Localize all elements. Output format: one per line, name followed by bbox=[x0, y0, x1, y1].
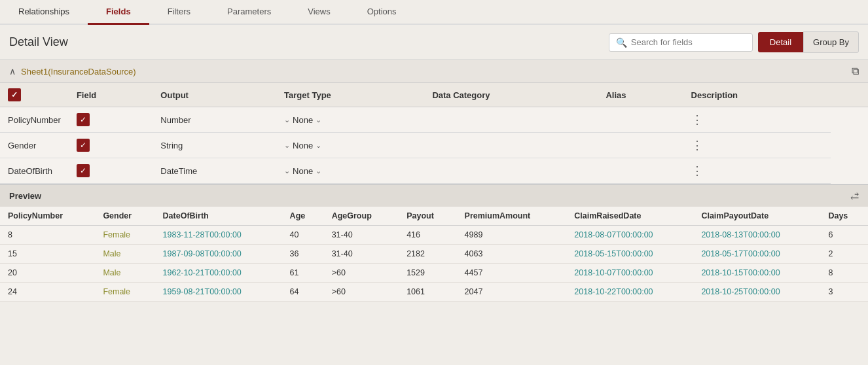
search-icon: 🔍 bbox=[616, 37, 627, 48]
preview-cell: 24 bbox=[0, 283, 95, 302]
more-options-icon[interactable]: ⋮ bbox=[691, 164, 704, 177]
search-input[interactable] bbox=[631, 37, 746, 47]
tab-filters[interactable]: Filters bbox=[149, 0, 209, 25]
row-alias bbox=[424, 107, 598, 133]
preview-col-header: ClaimRaisedDate bbox=[566, 207, 693, 226]
row-data-category[interactable]: ⌄ None ⌄ bbox=[276, 133, 424, 158]
expand-preview-icon[interactable]: ⥄ bbox=[850, 190, 859, 202]
table-row: DateOfBirth ✓ DateTime ⌄ None ⌄ ⋮ bbox=[0, 158, 868, 184]
preview-cell: 2018-10-07T00:00:00 bbox=[566, 264, 693, 283]
preview-col-header: PremiumAmount bbox=[457, 207, 567, 226]
preview-cell: 1962-10-21T00:00:00 bbox=[155, 264, 282, 283]
row-field-name: PolicyNumber bbox=[0, 107, 69, 133]
alias-chevron[interactable]: ⌄ bbox=[316, 141, 321, 150]
more-options-icon[interactable]: ⋮ bbox=[691, 113, 704, 126]
groupby-button[interactable]: Group By bbox=[803, 31, 859, 53]
preview-cell: 416 bbox=[399, 226, 456, 245]
preview-title: Preview bbox=[9, 191, 850, 201]
output-checkbox[interactable]: ✓ bbox=[77, 113, 90, 126]
tab-bar: Relationships Fields Filters Parameters … bbox=[0, 0, 868, 25]
list-item: 24Female1959-08-21T00:00:0064>6010612047… bbox=[0, 283, 868, 302]
add-to-output-icon[interactable]: ⧉ bbox=[852, 65, 859, 77]
preview-cell: 31-40 bbox=[324, 226, 399, 245]
row-checkbox[interactable]: ✓ bbox=[69, 133, 153, 158]
list-item: 8Female1983-11-28T00:00:004031-404164989… bbox=[0, 226, 868, 245]
preview-cell: Female bbox=[95, 283, 154, 302]
preview-cell: 36 bbox=[282, 245, 324, 264]
output-checkbox[interactable]: ✓ bbox=[77, 139, 90, 152]
col-header-data-category: Data Category bbox=[424, 83, 598, 107]
row-target-type: String bbox=[153, 133, 276, 158]
list-item: 20Male1962-10-21T00:00:0061>601529445720… bbox=[0, 264, 868, 283]
fields-table: ✓ Field Output Target Type Data Category… bbox=[0, 83, 868, 184]
search-box[interactable]: 🔍 bbox=[609, 33, 753, 52]
tab-views[interactable]: Views bbox=[289, 0, 348, 25]
preview-cell: 61 bbox=[282, 264, 324, 283]
preview-cell: 15 bbox=[0, 245, 95, 264]
more-options-icon[interactable]: ⋮ bbox=[691, 139, 704, 152]
row-data-category[interactable]: ⌄ None ⌄ bbox=[276, 107, 424, 133]
data-category-chevron[interactable]: ⌄ bbox=[284, 141, 290, 150]
col-header-alias: Alias bbox=[598, 83, 683, 107]
preview-cell: 2018-10-22T00:00:00 bbox=[566, 283, 693, 302]
preview-cell: 4063 bbox=[457, 245, 567, 264]
preview-cell: 2018-08-07T00:00:00 bbox=[566, 226, 693, 245]
preview-cell: 1983-11-28T00:00:00 bbox=[155, 226, 282, 245]
tab-options[interactable]: Options bbox=[349, 0, 415, 25]
preview-cell: 2182 bbox=[399, 245, 456, 264]
row-menu[interactable]: ⋮ bbox=[683, 158, 831, 184]
table-row: Gender ✓ String ⌄ None ⌄ ⋮ bbox=[0, 133, 868, 158]
alias-chevron[interactable]: ⌄ bbox=[316, 116, 321, 124]
row-alias bbox=[424, 158, 598, 184]
data-category-chevron[interactable]: ⌄ bbox=[284, 167, 290, 175]
row-description bbox=[598, 133, 683, 158]
row-checkbox[interactable]: ✓ bbox=[69, 158, 153, 184]
col-header-field-name: Field bbox=[69, 83, 153, 107]
section-title: Sheet1(InsuranceDataSource) bbox=[21, 67, 852, 77]
preview-cell: 3 bbox=[820, 283, 868, 302]
col-header-target-type: Target Type bbox=[276, 83, 424, 107]
alias-chevron[interactable]: ⌄ bbox=[316, 167, 321, 175]
tab-relationships[interactable]: Relationships bbox=[0, 0, 88, 25]
preview-col-header: PolicyNumber bbox=[0, 207, 95, 226]
row-field-name: DateOfBirth bbox=[0, 158, 69, 184]
output-checkbox[interactable]: ✓ bbox=[77, 164, 90, 177]
collapse-icon[interactable]: ∧ bbox=[9, 66, 16, 77]
row-menu[interactable]: ⋮ bbox=[683, 107, 831, 133]
col-header-field: ✓ bbox=[0, 83, 69, 107]
preview-cell: 1959-08-21T00:00:00 bbox=[155, 283, 282, 302]
preview-cell: 64 bbox=[282, 283, 324, 302]
preview-header: Preview ⥄ bbox=[0, 184, 868, 207]
preview-scroll-area[interactable]: PolicyNumberGenderDateOfBirthAgeAgeGroup… bbox=[0, 207, 868, 302]
preview-cell: 1987-09-08T00:00:00 bbox=[155, 245, 282, 264]
row-checkbox[interactable]: ✓ bbox=[69, 107, 153, 133]
preview-cell: 40 bbox=[282, 226, 324, 245]
row-menu[interactable]: ⋮ bbox=[683, 133, 831, 158]
tab-fields[interactable]: Fields bbox=[88, 0, 149, 25]
row-description bbox=[598, 158, 683, 184]
select-all-checkbox[interactable]: ✓ bbox=[8, 88, 21, 101]
header-bar: Detail View 🔍 Detail Group By bbox=[0, 25, 868, 60]
preview-col-header: AgeGroup bbox=[324, 207, 399, 226]
row-data-category[interactable]: ⌄ None ⌄ bbox=[276, 158, 424, 184]
data-category-chevron[interactable]: ⌄ bbox=[284, 116, 290, 124]
preview-cell: 1529 bbox=[399, 264, 456, 283]
page-title: Detail View bbox=[9, 35, 609, 49]
row-alias bbox=[424, 133, 598, 158]
row-field-name: Gender bbox=[0, 133, 69, 158]
col-header-actions bbox=[831, 83, 868, 107]
preview-col-header: Age bbox=[282, 207, 324, 226]
tab-parameters[interactable]: Parameters bbox=[209, 0, 289, 25]
preview-cell: 2047 bbox=[457, 283, 567, 302]
preview-cell: 2018-08-13T00:00:00 bbox=[693, 226, 820, 245]
preview-cell: 2 bbox=[820, 245, 868, 264]
preview-cell: 4989 bbox=[457, 226, 567, 245]
row-target-type: Number bbox=[153, 107, 276, 133]
preview-cell: 8 bbox=[0, 226, 95, 245]
preview-cell: 1061 bbox=[399, 283, 456, 302]
detail-button[interactable]: Detail bbox=[758, 32, 803, 52]
list-item: 15Male1987-09-08T00:00:003631-4021824063… bbox=[0, 245, 868, 264]
row-description bbox=[598, 107, 683, 133]
row-target-type: DateTime bbox=[153, 158, 276, 184]
preview-table: PolicyNumberGenderDateOfBirthAgeAgeGroup… bbox=[0, 207, 868, 302]
